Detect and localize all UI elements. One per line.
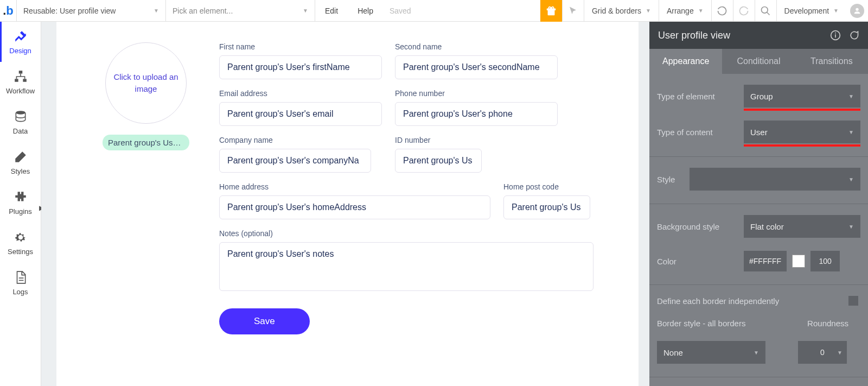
property-panel-title: User profile view [658, 30, 730, 41]
tab-transitions[interactable]: Transitions [795, 49, 868, 74]
cursor-tool[interactable] [562, 0, 584, 22]
redo-button[interactable] [733, 0, 755, 22]
roundness-label: Roundness [807, 319, 848, 328]
user-text-element[interactable]: Parent group's User'... [103, 135, 189, 150]
canvas-left: Click to upload an image Parent group's … [78, 42, 214, 381]
chevron-down-icon: ▼ [837, 350, 843, 356]
chevron-down-icon: ▼ [698, 8, 704, 14]
first-name-input[interactable]: Parent group's User's firstName [219, 55, 382, 79]
tab-conditional[interactable]: Conditional [722, 49, 795, 74]
define-border-label: Define each border independently [657, 296, 779, 306]
chevron-down-icon: ▼ [848, 93, 854, 99]
second-name-label: Second name [395, 42, 558, 51]
nav-plugins[interactable]: Plugins [0, 182, 41, 223]
email-label: Email address [219, 89, 382, 98]
nav-label: Data [13, 127, 28, 135]
svg-rect-3 [18, 71, 22, 73]
nav-workflow[interactable]: Workflow [0, 62, 41, 102]
nav-label: Plugins [9, 207, 32, 216]
svg-point-2 [856, 8, 858, 10]
first-name-label: First name [219, 42, 382, 51]
avatar-icon [850, 4, 864, 18]
nav-data[interactable]: Data [0, 102, 41, 142]
nav-styles[interactable]: Styles [0, 142, 41, 182]
gift-button[interactable] [540, 0, 562, 22]
menu-help[interactable]: Help [348, 0, 383, 22]
background-style-select[interactable]: Flat color ▼ [744, 215, 860, 238]
svg-line-1 [767, 12, 770, 15]
post-code-label: Home post code [503, 182, 590, 191]
canvas-area[interactable]: Click to upload an image Parent group's … [41, 22, 649, 386]
chevron-down-icon: ▼ [848, 224, 854, 230]
second-name-input[interactable]: Parent group's User's secondName [395, 55, 558, 79]
cursor-icon [568, 6, 578, 16]
main: Design Workflow Data Styles Plugins [0, 22, 868, 386]
highlight-marker [744, 144, 860, 147]
account-button[interactable] [846, 0, 868, 22]
search-button[interactable] [755, 0, 776, 22]
nav-label: Styles [11, 167, 30, 175]
undo-icon [717, 5, 727, 16]
style-select[interactable]: ▼ [690, 168, 860, 191]
border-style-label: Border style - all borders [657, 319, 745, 328]
menu-edit[interactable]: Edit [315, 0, 348, 22]
nav-settings[interactable]: Settings [0, 223, 41, 263]
uploader-text: Click to upload an image [106, 71, 186, 96]
undo-button[interactable] [711, 0, 733, 22]
save-button[interactable]: Save [219, 308, 310, 334]
define-border-checkbox[interactable] [848, 296, 858, 306]
roundness-input[interactable]: 0 ▼ [798, 341, 847, 364]
id-label: ID number [395, 136, 482, 144]
data-icon [14, 110, 28, 124]
notes-label: Notes (optional) [219, 229, 593, 238]
email-input[interactable]: Parent group's User's email [219, 102, 382, 126]
type-of-content-label: Type of content [657, 128, 744, 137]
post-code-input[interactable]: Parent group's Us [503, 195, 590, 219]
arrange-dropdown[interactable]: Arrange ▼ [659, 0, 711, 22]
page-dropdown[interactable]: Reusable: User profile view ▼ [17, 0, 166, 22]
nav-design[interactable]: Design [0, 22, 41, 62]
notes-input[interactable]: Parent group's User's notes [219, 242, 593, 291]
gift-icon [545, 5, 557, 17]
grid-borders-label: Grid & borders [592, 7, 641, 15]
company-label: Company name [219, 136, 371, 144]
nav-logs[interactable]: Logs [0, 263, 41, 303]
environment-label: Development [784, 7, 829, 15]
type-of-element-label: Type of element [657, 92, 744, 101]
svg-rect-4 [15, 79, 18, 81]
saved-status: Saved [383, 7, 418, 15]
element-picker[interactable]: Pick an element... ▼ [166, 0, 315, 22]
image-uploader[interactable]: Click to upload an image [105, 42, 187, 124]
color-alpha-input[interactable]: 100 [810, 251, 840, 271]
phone-input[interactable]: Parent group's User's phone [395, 102, 558, 126]
company-input[interactable]: Parent group's User's companyNa [219, 149, 371, 173]
chevron-down-icon: ▼ [848, 176, 854, 182]
chevron-down-icon: ▼ [848, 129, 854, 135]
environment-dropdown[interactable]: Development ▼ [776, 0, 846, 22]
grid-borders-dropdown[interactable]: Grid & borders ▼ [584, 0, 659, 22]
background-style-label: Background style [657, 222, 744, 231]
home-address-label: Home address [219, 182, 490, 191]
color-hex-input[interactable]: #FFFFFF [744, 251, 787, 271]
chevron-down-icon: ▼ [833, 8, 839, 14]
chevron-down-icon: ▼ [646, 8, 651, 14]
info-icon[interactable] [830, 30, 841, 41]
nav-label: Workflow [6, 87, 35, 95]
type-of-content-select[interactable]: User ▼ [744, 121, 860, 143]
border-style-select[interactable]: None ▼ [657, 341, 765, 364]
top-bar: .b Reusable: User profile view ▼ Pick an… [0, 0, 868, 22]
bubble-logo[interactable]: .b [0, 0, 17, 22]
styles-icon [14, 150, 28, 164]
type-of-element-select[interactable]: Group ▼ [744, 85, 860, 107]
canvas-page[interactable]: Click to upload an image Parent group's … [56, 22, 639, 386]
nav-label: Settings [8, 248, 33, 256]
color-swatch[interactable] [792, 255, 805, 268]
logs-icon [14, 270, 28, 284]
highlight-marker [744, 109, 860, 111]
workflow-icon [14, 69, 28, 84]
design-icon [14, 29, 28, 43]
id-input[interactable]: Parent group's Us [395, 149, 482, 173]
home-address-input[interactable]: Parent group's User's homeAddress [219, 195, 490, 219]
chat-icon[interactable] [848, 30, 859, 41]
tab-appearance[interactable]: Appearance [649, 49, 722, 74]
